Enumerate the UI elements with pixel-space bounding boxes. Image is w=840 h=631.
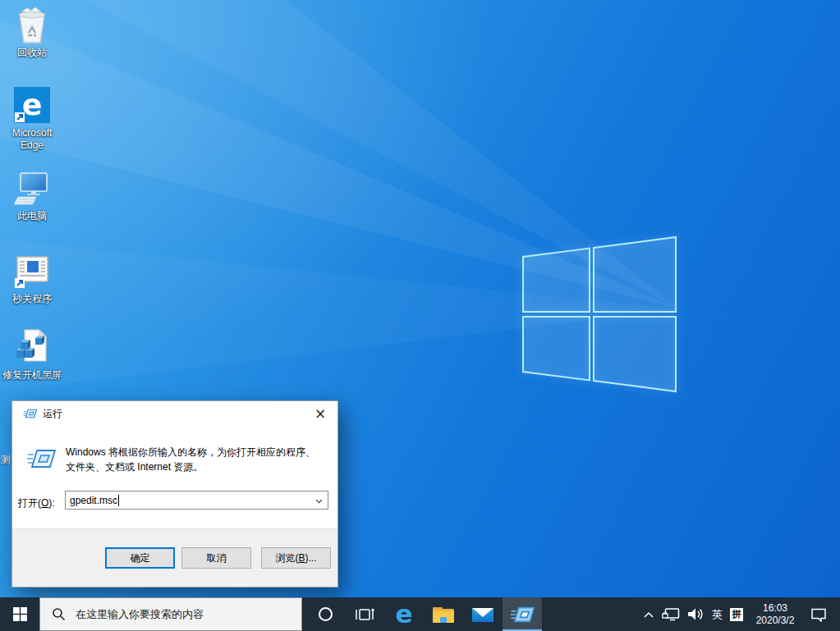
run-app-taskbar-button[interactable] [503, 597, 542, 631]
svg-text:e: e [22, 88, 42, 121]
desktop-icon-microsoft-edge[interactable]: e Microsoft Edge [1, 85, 63, 152]
clock-time: 16:03 [763, 602, 787, 615]
run-command-value: gpedit.msc [70, 495, 117, 506]
mail-icon [471, 606, 494, 624]
desktop-icon-this-pc[interactable]: 此电脑 [1, 168, 63, 222]
desktop-icon-recycle-bin[interactable]: 回收站 [1, 5, 63, 59]
search-icon [52, 607, 66, 621]
cortana-icon [319, 607, 333, 621]
browse-button[interactable]: 浏览(B)... [261, 547, 331, 569]
task-view-button[interactable] [345, 597, 384, 631]
start-button[interactable] [0, 597, 39, 631]
this-pc-icon [12, 168, 52, 208]
action-center-button[interactable] [810, 607, 827, 622]
run-dialog-description: Windows 将根据你所输入的名称，为你打开相应的程序、 文件夹、文档或 In… [66, 445, 315, 474]
cancel-button[interactable]: 取消 [181, 547, 251, 569]
file-explorer-button[interactable] [424, 597, 463, 631]
network-icon [662, 607, 680, 621]
registry-file-icon [12, 327, 52, 367]
desktop-icon-label: 修复开机黑屏 [2, 369, 62, 382]
desktop-icon-label-partial[interactable]: 测 [1, 453, 11, 467]
run-dialog-titlebar[interactable]: 运行 × [12, 401, 337, 426]
run-dialog: 运行 × Windows 将根据你所输入的名称，为你打开相应的程序、 文件夹、文… [11, 400, 338, 588]
dialog-button-band: 确定 取消 浏览(B)... [12, 528, 337, 587]
chevron-up-icon [643, 610, 654, 619]
cortana-button[interactable] [305, 597, 345, 631]
program-window-icon [12, 251, 52, 290]
taskbar-search[interactable] [39, 597, 302, 631]
clock-date: 2020/3/2 [756, 615, 795, 627]
desktop-icon-label: 此电脑 [17, 210, 47, 222]
text-caret [118, 495, 119, 506]
ime-language-indicator[interactable]: 英 [712, 607, 723, 622]
description-line2: 文件夹、文档或 Internet 资源。 [66, 460, 315, 474]
windows-logo [517, 231, 682, 397]
ime-mode-icon[interactable]: 拼 [730, 608, 743, 621]
open-label: 打开(O): [18, 496, 55, 510]
microsoft-edge-icon: e [12, 85, 52, 125]
speaker-icon [687, 607, 705, 621]
desktop-icon-label: Microsoft Edge [2, 127, 62, 152]
edge-taskbar-button[interactable]: e [384, 597, 424, 631]
task-view-icon [355, 607, 374, 622]
edge-icon: e [395, 601, 412, 627]
recycle-bin-icon [12, 5, 52, 44]
action-center-icon [810, 607, 827, 622]
taskbar-clock[interactable]: 16:03 2020/3/2 [751, 602, 799, 627]
volume-tray-button[interactable] [687, 607, 705, 621]
close-button[interactable]: × [306, 401, 334, 426]
taskbar: e [0, 597, 840, 631]
description-line1: Windows 将根据你所输入的名称，为你打开相应的程序、 [66, 445, 315, 460]
windows-start-icon [13, 607, 27, 621]
search-input[interactable] [74, 607, 279, 621]
dialog-title: 运行 [43, 407, 62, 421]
file-explorer-icon [432, 605, 455, 624]
desktop-icon-label: 回收站 [17, 47, 47, 59]
run-command-input[interactable]: gpedit.msc [65, 491, 328, 510]
desktop-icon-quick-close-program[interactable]: 秒关程序 [1, 251, 63, 305]
run-icon [25, 447, 57, 470]
desktop-icon-fix-black-screen[interactable]: 修复开机黑屏 [1, 327, 63, 382]
desktop-screen: 回收站 e Microsoft Edge [0, 0, 840, 631]
mail-button[interactable] [463, 597, 503, 631]
system-tray: 英 拼 16:03 2020/3/2 [636, 597, 840, 631]
combo-dropdown-icon[interactable] [314, 496, 324, 506]
run-dialog-title-icon [23, 408, 37, 419]
network-tray-button[interactable] [662, 607, 680, 621]
ok-button[interactable]: 确定 [105, 547, 175, 569]
run-app-icon [510, 605, 535, 624]
tray-overflow-button[interactable] [643, 610, 654, 619]
desktop-icon-label: 秒关程序 [12, 293, 52, 305]
